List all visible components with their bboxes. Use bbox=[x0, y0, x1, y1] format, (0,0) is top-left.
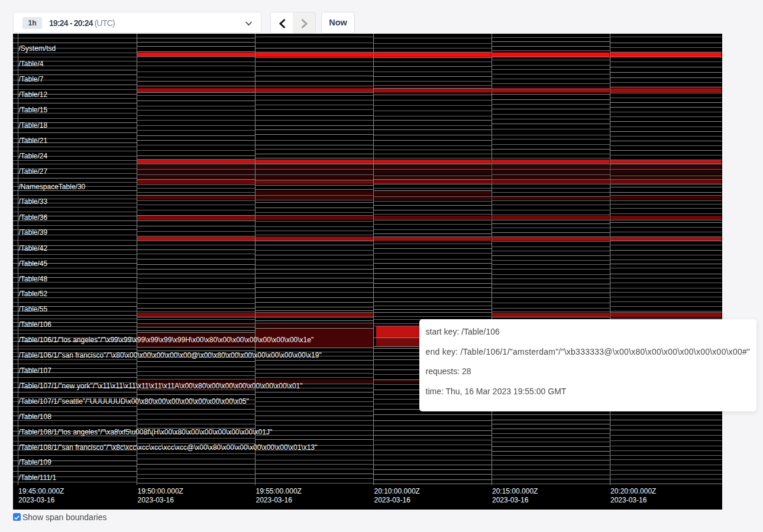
svg-text:2023-03-16: 2023-03-16 bbox=[492, 496, 529, 504]
svg-text:2023-03-16: 2023-03-16 bbox=[256, 496, 293, 504]
svg-text:/Table/106/1/"san francisco"/": /Table/106/1/"san francisco"/"\x80\x00\x… bbox=[19, 351, 322, 359]
svg-text:2023-03-16: 2023-03-16 bbox=[610, 496, 647, 504]
svg-text:/Table/39: /Table/39 bbox=[19, 228, 48, 236]
svg-text:2023-03-16: 2023-03-16 bbox=[374, 496, 411, 504]
svg-text:/Table/107/1/"new york"/"\x11\: /Table/107/1/"new york"/"\x11\x11\x11\x1… bbox=[19, 382, 303, 390]
svg-text:/Table/7: /Table/7 bbox=[19, 75, 44, 83]
svg-text:/Table/107: /Table/107 bbox=[19, 366, 52, 375]
svg-text:20:15:00.000Z: 20:15:00.000Z bbox=[492, 487, 538, 495]
svg-text:/Table/21: /Table/21 bbox=[19, 137, 48, 145]
svg-text:/NamespaceTable/30: /NamespaceTable/30 bbox=[19, 183, 86, 191]
svg-text:19:55:00.000Z: 19:55:00.000Z bbox=[256, 487, 302, 495]
svg-text:/Table/106/1/"los angeles"/"\x: /Table/106/1/"los angeles"/"\x99\x99\x99… bbox=[19, 336, 314, 344]
svg-text:/Table/107/1/"seattle"/"UUUUUU: /Table/107/1/"seattle"/"UUUUUUD\x00\x80\… bbox=[19, 397, 249, 406]
svg-text:/Table/33: /Table/33 bbox=[19, 197, 48, 206]
svg-text:/Table/52: /Table/52 bbox=[19, 290, 48, 298]
svg-text:/Table/12: /Table/12 bbox=[19, 90, 48, 99]
svg-text:2023-03-16: 2023-03-16 bbox=[18, 496, 55, 504]
svg-text:20:10:00.000Z: 20:10:00.000Z bbox=[374, 487, 420, 495]
svg-text:/Table/108/1/"san francisco"/": /Table/108/1/"san francisco"/"\x8c\xcc\x… bbox=[19, 443, 318, 452]
svg-text:2023-03-16: 2023-03-16 bbox=[138, 496, 174, 504]
svg-text:/Table/24: /Table/24 bbox=[19, 152, 48, 160]
svg-text:/Table/108: /Table/108 bbox=[19, 413, 52, 421]
svg-text:/System/tsd: /System/tsd bbox=[19, 44, 56, 53]
svg-text:/Table/45: /Table/45 bbox=[19, 259, 48, 268]
svg-text:/Table/48: /Table/48 bbox=[19, 275, 48, 283]
svg-text:/Table/106: /Table/106 bbox=[19, 320, 52, 329]
svg-text:/Table/109: /Table/109 bbox=[19, 458, 52, 466]
svg-text:/Table/111/1: /Table/111/1 bbox=[19, 473, 57, 482]
svg-text:/Table/27: /Table/27 bbox=[19, 167, 48, 176]
svg-text:/Table/36: /Table/36 bbox=[19, 213, 48, 222]
svg-text:20:20:00.000Z: 20:20:00.000Z bbox=[610, 487, 656, 495]
svg-text:19:50:00.000Z: 19:50:00.000Z bbox=[138, 487, 183, 495]
svg-text:/Table/55: /Table/55 bbox=[19, 305, 48, 313]
svg-text:/Table/108/1/"los angeles"/"\x: /Table/108/1/"los angeles"/"\xa8\xf5\u00… bbox=[19, 428, 273, 436]
svg-text:/Table/4: /Table/4 bbox=[19, 60, 44, 68]
svg-text:/Table/42: /Table/42 bbox=[19, 244, 48, 252]
svg-text:/Table/15: /Table/15 bbox=[19, 106, 48, 114]
svg-text:19:45:00.000Z: 19:45:00.000Z bbox=[18, 487, 64, 495]
svg-text:/Table/18: /Table/18 bbox=[19, 121, 48, 129]
